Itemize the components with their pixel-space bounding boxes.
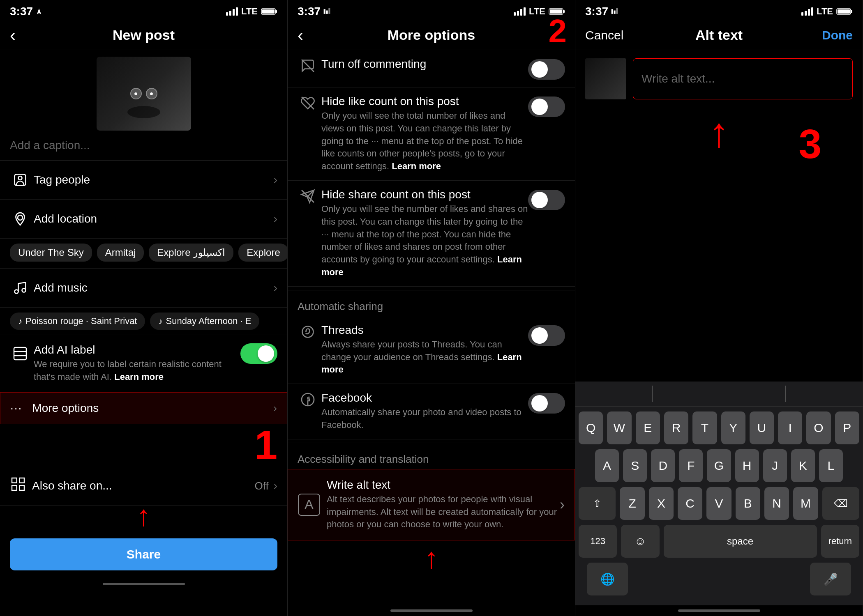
key-j[interactable]: J	[763, 449, 787, 482]
key-v[interactable]: V	[706, 487, 731, 520]
svg-point-6	[15, 290, 18, 294]
commenting-toggle[interactable]	[528, 59, 565, 80]
more-options-title: More options	[388, 27, 475, 43]
write-alt-text-item[interactable]: A Write alt text Alt text describes your…	[288, 469, 575, 540]
share-count-toggle[interactable]	[528, 190, 565, 210]
hide-like-title: Hide like count on this post	[321, 95, 528, 108]
threads-item: Threads Always share your posts to Threa…	[288, 316, 575, 384]
key-f[interactable]: F	[679, 449, 703, 482]
svg-rect-2	[262, 9, 275, 14]
add-location-item[interactable]: Add location ›	[0, 200, 287, 239]
key-h[interactable]: H	[735, 449, 759, 482]
key-p[interactable]: P	[835, 411, 859, 444]
hide-share-learn-more[interactable]: Learn more	[321, 254, 522, 277]
turn-off-commenting-title: Turn off commenting	[321, 57, 528, 71]
music-chip-1[interactable]: ♪ Sunday Afternoon · E	[150, 313, 259, 330]
add-music-chevron: ›	[274, 281, 277, 294]
like-count-toggle[interactable]	[528, 97, 565, 117]
also-share-value: Off	[254, 480, 268, 492]
done-button[interactable]: Done	[822, 28, 853, 42]
more-options-item[interactable]: ··· More options ›	[0, 392, 287, 424]
more-options-panel: 3:37 LTE ‹ More options	[288, 0, 575, 616]
key-w[interactable]: W	[607, 411, 631, 444]
key-o[interactable]: O	[806, 411, 831, 444]
key-i[interactable]: I	[778, 411, 802, 444]
key-e[interactable]: E	[636, 411, 660, 444]
hide-like-desc: Only you will see the total number of li…	[321, 110, 528, 173]
turn-off-commenting-item: Turn off commenting	[288, 50, 575, 87]
globe-key[interactable]: 🌐	[587, 563, 628, 595]
tag-chip-0[interactable]: Under The Sky	[10, 244, 92, 262]
alt-thumbnail	[585, 58, 626, 99]
more-options-header: ‹ More options 2	[288, 21, 575, 50]
key-s[interactable]: S	[623, 449, 647, 482]
tag-chip-2[interactable]: Explore اکسپلور	[149, 244, 233, 262]
delete-key[interactable]: ⌫	[822, 487, 859, 520]
red-arrow-container-2: ↑	[288, 544, 575, 572]
ai-label-toggle[interactable]	[240, 343, 277, 364]
tags-row: Under The Sky Armitaj Explore اکسپلور Ex…	[0, 239, 287, 269]
hide-like-learn-more[interactable]: Learn more	[392, 161, 441, 171]
back-button-p2[interactable]: ‹	[298, 25, 303, 45]
key-l[interactable]: L	[819, 449, 843, 482]
tag-chip-3[interactable]: Explore	[238, 244, 287, 262]
caption-input[interactable]: Add a caption...	[0, 131, 287, 161]
key-n[interactable]: N	[764, 487, 789, 520]
threads-content: Threads Always share your posts to Threa…	[321, 324, 528, 376]
back-button-p1[interactable]: ‹	[10, 25, 16, 45]
key-a[interactable]: A	[595, 449, 619, 482]
facebook-desc: Automatically share your photo and video…	[321, 406, 528, 432]
svg-point-26	[302, 326, 314, 337]
tag-people-item[interactable]: Tag people ›	[0, 161, 287, 200]
space-key[interactable]: space	[664, 525, 817, 558]
ai-label-content: Add AI label We require you to label cer…	[34, 343, 240, 384]
cancel-button[interactable]: Cancel	[585, 28, 623, 42]
facebook-toggle[interactable]	[528, 393, 565, 414]
new-post-header: ‹ New post	[0, 21, 287, 50]
alt-text-placeholder: Write alt text...	[641, 72, 715, 85]
keyboard-row-2: A S D F G H J K L	[579, 449, 859, 482]
threads-toggle[interactable]	[528, 325, 565, 346]
key-t[interactable]: T	[692, 411, 717, 444]
key-x[interactable]: X	[649, 487, 674, 520]
battery-icon-p1	[261, 7, 277, 16]
key-g[interactable]: G	[707, 449, 731, 482]
key-c[interactable]: C	[678, 487, 702, 520]
key-k[interactable]: K	[791, 449, 815, 482]
tag-chip-1[interactable]: Armitaj	[97, 244, 144, 262]
key-u[interactable]: U	[750, 411, 774, 444]
svg-rect-17	[329, 9, 330, 14]
keyboard-row-3: ⇧ Z X C V B N M ⌫	[579, 487, 859, 520]
key-y[interactable]: Y	[721, 411, 745, 444]
key-z[interactable]: Z	[620, 487, 644, 520]
share-button[interactable]: Share	[10, 538, 277, 570]
key-m[interactable]: M	[793, 487, 818, 520]
add-music-item[interactable]: Add music ›	[0, 269, 287, 308]
numbers-key[interactable]: 123	[579, 525, 617, 558]
key-q[interactable]: Q	[579, 411, 603, 444]
more-options-chevron: ›	[273, 402, 277, 415]
tag-people-icon	[10, 170, 30, 190]
svg-point-5	[18, 215, 23, 220]
write-alt-desc: Alt text describes your photos for peopl…	[327, 493, 560, 531]
write-alt-content: Write alt text Alt text describes your p…	[327, 478, 560, 531]
key-b[interactable]: B	[736, 487, 760, 520]
alt-text-icon: A	[298, 494, 320, 516]
mic-key[interactable]: 🎤	[810, 563, 851, 595]
alt-text-input[interactable]: Write alt text...	[633, 58, 853, 99]
emoji-key[interactable]: ☺	[621, 525, 659, 558]
post-image-section: ● ●	[0, 50, 287, 131]
music-chips-row: ♪ Poisson rouge · Saint Privat ♪ Sunday …	[0, 308, 287, 335]
red-arrow-up-1: ↑	[136, 501, 151, 530]
svg-rect-14	[19, 485, 24, 490]
svg-rect-12	[19, 478, 24, 483]
write-alt-title: Write alt text	[327, 478, 560, 492]
return-key[interactable]: return	[821, 525, 859, 558]
ai-learn-more[interactable]: Learn more	[114, 372, 164, 382]
shift-key[interactable]: ⇧	[579, 487, 616, 520]
key-r[interactable]: R	[664, 411, 688, 444]
threads-learn-more[interactable]: Learn more	[321, 352, 522, 375]
music-chip-0[interactable]: ♪ Poisson rouge · Saint Privat	[10, 313, 145, 330]
key-d[interactable]: D	[651, 449, 675, 482]
post-thumbnail: ● ●	[97, 57, 191, 131]
